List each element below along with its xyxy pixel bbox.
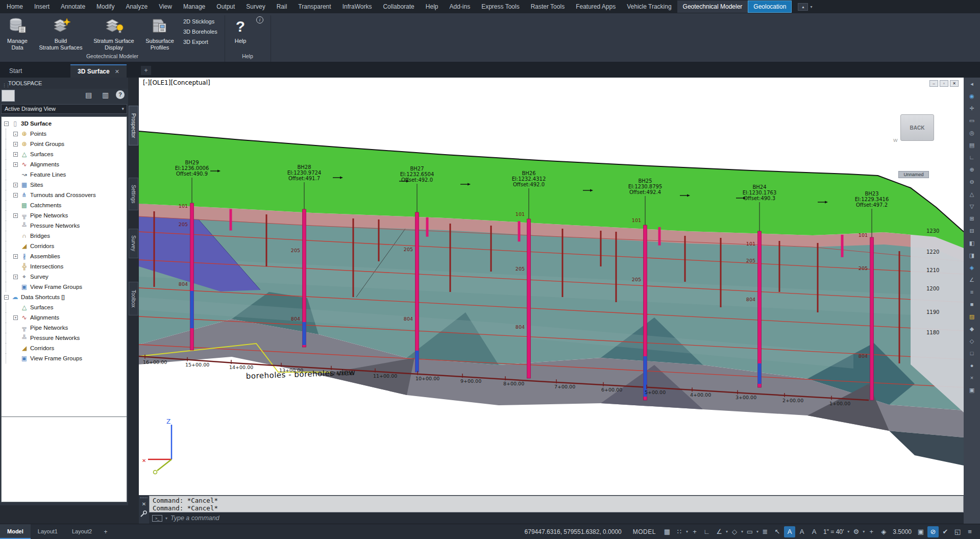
model-space-toggle[interactable]: MODEL: [628, 528, 661, 535]
ribbon-link-3d-export[interactable]: 3D Export: [183, 37, 223, 47]
ribbon-collapse-control[interactable]: ▲▾: [798, 3, 812, 11]
tree-item-bridges[interactable]: ∩Bridges: [2, 231, 127, 241]
osnap-tracking-icon[interactable]: ↖: [772, 526, 783, 537]
lineweight-value[interactable]: 3.5000: [890, 528, 915, 535]
dynamic-input-icon[interactable]: +: [689, 526, 700, 537]
tree-item-intersections[interactable]: ╬Intersections: [2, 261, 127, 272]
new-layout-button[interactable]: +: [101, 528, 110, 536]
panel-list-icon[interactable]: ▥: [102, 91, 109, 99]
ucs-icon[interactable]: ∟: [964, 151, 980, 163]
ribbon-tab-home[interactable]: Home: [1, 1, 29, 13]
extend-icon[interactable]: ◨: [964, 249, 980, 261]
layout-tab-layout2[interactable]: Layout2: [65, 524, 99, 539]
tree-item-corridors[interactable]: ◢Corridors: [2, 241, 127, 251]
tree-item-3d-surface[interactable]: −▯3D Surface: [2, 118, 127, 129]
chevron-down-icon[interactable]: ▾: [741, 529, 743, 534]
layout-tab-model[interactable]: Model: [0, 524, 31, 539]
help-button[interactable]: ? Help: [228, 15, 253, 44]
close-command-icon[interactable]: ✕: [139, 501, 149, 507]
layer-icon[interactable]: ≡: [964, 286, 980, 298]
tree-item-pressure-networks[interactable]: ╩Pressure Networks: [2, 333, 127, 343]
grid-icon[interactable]: ▦: [662, 526, 673, 537]
expander-icon[interactable]: +: [13, 213, 18, 218]
offset-icon[interactable]: ⊟: [964, 225, 980, 237]
fullscreen-icon[interactable]: ◱: [952, 526, 963, 537]
graphics-performance-icon[interactable]: ✔: [940, 526, 951, 537]
command-history[interactable]: Command: *Cancel* Command: *Cancel*: [149, 496, 964, 512]
ortho-icon[interactable]: ∟: [701, 526, 713, 537]
view-selector-dropdown[interactable]: Active Drawing View▾: [1, 104, 127, 114]
move-icon[interactable]: ⊕: [964, 163, 980, 176]
side-tab-prospector[interactable]: Prospector: [129, 106, 138, 145]
subsurface-profiles-button[interactable]: SubsurfaceProfiles: [139, 15, 181, 51]
expander-icon[interactable]: +: [13, 254, 18, 259]
ribbon-tab-analyze[interactable]: Analyze: [120, 1, 153, 13]
ribbon-tab-rail[interactable]: Rail: [271, 1, 293, 13]
expander-icon[interactable]: +: [13, 152, 18, 157]
collapse-icon[interactable]: ◂: [964, 78, 980, 90]
chevron-down-icon[interactable]: ▾: [863, 529, 865, 534]
tree-item-survey[interactable]: +⌖Survey: [2, 272, 127, 282]
ribbon-tab-featured-apps[interactable]: Featured Apps: [570, 1, 621, 13]
ribbon-tab-survey[interactable]: Survey: [240, 1, 271, 13]
chevron-down-icon[interactable]: ▾: [726, 529, 728, 534]
ribbon-tab-annotate[interactable]: Annotate: [55, 1, 91, 13]
viewcube[interactable]: BACK: [900, 114, 934, 141]
ribbon-link-2d-sticklogs[interactable]: 2D Sticklogs: [183, 16, 223, 27]
pan-icon[interactable]: ✛: [964, 102, 980, 114]
snap-icon[interactable]: ∷: [674, 526, 685, 537]
showmotion-icon[interactable]: ▤: [964, 139, 980, 151]
ribbon-tab-add-ins[interactable]: Add-ins: [444, 1, 476, 13]
tree-item-surfaces[interactable]: +△Surfaces: [2, 149, 127, 159]
point-icon[interactable]: ●: [964, 359, 980, 372]
ribbon-link-3d-boreholes[interactable]: 3D Boreholes: [183, 27, 223, 37]
mirror-icon[interactable]: ▽: [964, 200, 980, 212]
object-snap-icon[interactable]: A: [784, 526, 795, 537]
command-input[interactable]: >_ ▾ Type a command: [149, 512, 964, 524]
polar-tracking-icon[interactable]: ∠: [714, 526, 725, 537]
tree-item-data-shortcuts-[interactable]: −☁Data Shortcuts []: [2, 292, 127, 302]
ribbon-tab-help[interactable]: Help: [420, 1, 444, 13]
tree-item-assemblies[interactable]: +∦Assemblies: [2, 251, 127, 261]
ribbon-tab-output[interactable]: Output: [211, 1, 240, 13]
ribbon-tab-collaborate[interactable]: Collaborate: [377, 1, 420, 13]
ribbon-tab-geolocation[interactable]: Geolocation: [748, 1, 792, 13]
workspace-gear-icon[interactable]: ⚙: [850, 526, 862, 537]
annotation-visibility-icon[interactable]: A: [808, 526, 820, 537]
layout-tab-layout1[interactable]: Layout1: [31, 524, 65, 539]
ribbon-tab-raster-tools[interactable]: Raster Tools: [525, 1, 570, 13]
annotation-order-icon[interactable]: ≣: [760, 526, 771, 537]
tree-item-pipe-networks[interactable]: +╦Pipe Networks: [2, 210, 127, 220]
customization-icon[interactable]: ≡: [964, 526, 975, 537]
orbit-icon[interactable]: ◎: [964, 127, 980, 139]
restore-icon[interactable]: ▫: [940, 80, 948, 87]
isodraft-icon[interactable]: ◇: [729, 526, 740, 537]
hatch-icon[interactable]: ▨: [964, 310, 980, 323]
tree-item-corridors[interactable]: ◢Corridors: [2, 343, 127, 353]
ribbon-tab-infraworks[interactable]: InfraWorks: [337, 1, 378, 13]
close-icon[interactable]: ✕: [115, 68, 119, 75]
ribbon-tab-insert[interactable]: Insert: [29, 1, 55, 13]
crosshair-icon[interactable]: +: [866, 526, 877, 537]
fillet-icon[interactable]: ◈: [964, 261, 980, 274]
info-icon[interactable]: i: [256, 16, 263, 23]
chevron-down-icon[interactable]: ▾: [756, 529, 758, 534]
array-icon[interactable]: ⊞: [964, 212, 980, 225]
scale-icon[interactable]: △: [964, 188, 980, 200]
tree-item-pipe-networks[interactable]: ╦Pipe Networks: [2, 323, 127, 333]
expander-icon[interactable]: +: [13, 315, 18, 320]
dimension-icon[interactable]: ◇: [964, 335, 980, 347]
isolate-objects-icon[interactable]: ◈: [878, 526, 889, 537]
tree-item-feature-lines[interactable]: ↝Feature Lines: [2, 169, 127, 180]
expander-icon[interactable]: +: [13, 142, 18, 146]
chevron-down-icon[interactable]: ▾: [686, 529, 688, 534]
tree-item-alignments[interactable]: +∿Alignments: [2, 312, 127, 323]
tree-item-sites[interactable]: +▦Sites: [2, 180, 127, 190]
toolspace-help-icon[interactable]: ?: [116, 90, 125, 99]
tree-item-point-groups[interactable]: +⊛Point Groups: [2, 139, 127, 149]
doc-tab-3d-surface[interactable]: 3D Surface✕: [70, 64, 127, 78]
tree-item-pressure-networks[interactable]: ╩Pressure Networks: [2, 220, 127, 231]
doc-tab-start[interactable]: Start: [2, 64, 29, 78]
ribbon-tab-express-tools[interactable]: Express Tools: [476, 1, 525, 13]
zoom-extents-icon[interactable]: ▭: [964, 114, 980, 127]
